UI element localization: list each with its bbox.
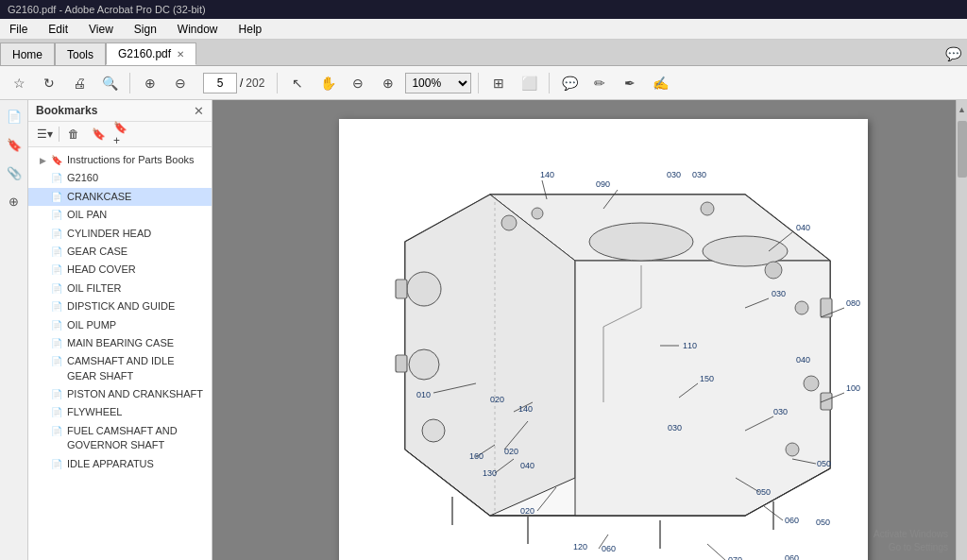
bm-label-g2160: G2160 bbox=[67, 171, 204, 185]
bookmarks-list: ▶ 🔖 Instructions for Parts Books 📄 G2160… bbox=[28, 147, 212, 560]
select-tool-btn[interactable]: ↖ bbox=[284, 70, 311, 96]
bm-sep-1 bbox=[59, 127, 59, 142]
svg-point-5 bbox=[701, 202, 714, 215]
bm-item-instructions[interactable]: ▶ 🔖 Instructions for Parts Books bbox=[28, 151, 212, 169]
bm-add-btn[interactable]: 🔖 bbox=[88, 125, 109, 144]
left-panel-documents-icon[interactable]: 📄 bbox=[4, 106, 25, 127]
bm-more-btn[interactable]: 🔖+ bbox=[112, 125, 133, 144]
menu-window[interactable]: Window bbox=[174, 21, 222, 38]
scrollbar-up-btn[interactable]: ▲ bbox=[957, 100, 967, 119]
bm-item-dipstick[interactable]: 📄 DIPSTICK AND GUIDE bbox=[28, 297, 212, 315]
svg-text:100: 100 bbox=[846, 383, 860, 393]
bm-label-instructions: Instructions for Parts Books bbox=[67, 153, 204, 167]
comment-btn[interactable]: 💬 bbox=[556, 70, 583, 96]
svg-text:090: 090 bbox=[596, 179, 610, 189]
svg-point-12 bbox=[422, 419, 445, 442]
svg-point-9 bbox=[786, 443, 799, 456]
bm-item-flywheel[interactable]: 📄 FLYWHEEL bbox=[28, 403, 212, 421]
highlight-btn[interactable]: ✏ bbox=[586, 70, 613, 96]
title-text: G2160.pdf - Adobe Acrobat Pro DC (32-bit… bbox=[8, 4, 206, 15]
print-btn[interactable]: 🖨 bbox=[66, 70, 93, 96]
tab-close-button[interactable]: ✕ bbox=[177, 49, 184, 59]
svg-text:130: 130 bbox=[483, 468, 497, 478]
bm-item-oilpan[interactable]: 📄 OIL PAN bbox=[28, 206, 212, 224]
prev-page-btn[interactable]: ⊕ bbox=[137, 70, 163, 96]
bm-item-g2160[interactable]: 📄 G2160 bbox=[28, 169, 212, 187]
total-pages: 202 bbox=[246, 76, 264, 90]
right-scrollbar[interactable]: ▲ bbox=[956, 100, 967, 560]
page-separator: / bbox=[240, 76, 243, 90]
svg-text:020: 020 bbox=[520, 506, 534, 516]
bm-delete-btn[interactable]: 🗑 bbox=[63, 125, 84, 144]
svg-text:040: 040 bbox=[796, 355, 810, 365]
zoom-out-btn[interactable]: ⊖ bbox=[345, 70, 371, 96]
bookmarks-close-button[interactable]: ✕ bbox=[194, 105, 204, 117]
bm-label-oilpan: OIL PAN bbox=[67, 208, 204, 222]
svg-text:050: 050 bbox=[816, 518, 830, 527]
next-page-btn[interactable]: ⊖ bbox=[167, 70, 194, 96]
draw-btn[interactable]: ✒ bbox=[617, 70, 643, 96]
page-number-input[interactable] bbox=[203, 73, 237, 93]
left-panel: 📄 🔖 📎 ⊕ bbox=[0, 100, 28, 560]
svg-rect-20 bbox=[821, 298, 832, 317]
svg-text:140: 140 bbox=[518, 404, 533, 414]
hand-tool-btn[interactable]: ✋ bbox=[314, 70, 341, 96]
menu-help[interactable]: Help bbox=[235, 21, 266, 38]
tab-home[interactable]: Home bbox=[0, 42, 55, 65]
left-panel-bookmark-icon[interactable]: 🔖 bbox=[4, 134, 25, 155]
svg-text:030: 030 bbox=[668, 423, 682, 433]
bm-item-cylinderhead[interactable]: 📄 CYLINDER HEAD bbox=[28, 225, 212, 243]
refresh-btn[interactable]: ↻ bbox=[36, 70, 62, 96]
bm-label-mainbearing: MAIN BEARING CASE bbox=[67, 336, 204, 350]
menu-sign[interactable]: Sign bbox=[130, 21, 161, 38]
svg-text:080: 080 bbox=[846, 298, 860, 308]
svg-text:040: 040 bbox=[796, 223, 810, 232]
tab-home-label: Home bbox=[12, 48, 42, 61]
bm-item-oilfilter[interactable]: 📄 OIL FILTER bbox=[28, 280, 212, 297]
bm-item-oilpump[interactable]: 📄 OIL PUMP bbox=[28, 316, 212, 334]
left-panel-attachment-icon[interactable]: 📎 bbox=[4, 162, 25, 183]
svg-text:050: 050 bbox=[756, 487, 771, 497]
scrollbar-thumb[interactable] bbox=[958, 121, 967, 178]
bm-item-crankcase[interactable]: 📄 CRANKCASE bbox=[28, 188, 212, 206]
svg-point-10 bbox=[407, 272, 441, 306]
bm-label-fuelcam: FUEL CAMSHAFT AND GOVERNOR SHAFT bbox=[67, 424, 204, 453]
bm-page-icon-mainbearing: 📄 bbox=[51, 337, 62, 350]
menu-file[interactable]: File bbox=[6, 21, 31, 38]
fit-page-btn[interactable]: ⊞ bbox=[485, 70, 512, 96]
bm-page-icon-oilfilter: 📄 bbox=[51, 282, 62, 296]
bm-item-idle[interactable]: 📄 IDLE APPARATUS bbox=[28, 455, 212, 473]
menu-edit[interactable]: Edit bbox=[44, 21, 72, 38]
pdf-view[interactable]: 010 020 020 020 030 030 030 040 040 050 … bbox=[212, 100, 956, 560]
menu-view[interactable]: View bbox=[85, 21, 117, 38]
bm-item-fuelcam[interactable]: 📄 FUEL CAMSHAFT AND GOVERNOR SHAFT bbox=[28, 422, 212, 455]
toolbar-separator-4 bbox=[549, 73, 550, 93]
bm-page-icon-gearcase: 📄 bbox=[51, 246, 62, 259]
bookmark-btn[interactable]: ☆ bbox=[6, 70, 32, 96]
svg-text:030: 030 bbox=[667, 170, 681, 179]
bm-label-camshaft: CAMSHAFT AND IDLE GEAR SHAFT bbox=[67, 354, 204, 383]
tab-document[interactable]: G2160.pdf ✕ bbox=[106, 42, 196, 65]
left-panel-layers-icon[interactable]: ⊕ bbox=[4, 191, 25, 212]
new-tab-icon[interactable]: 💬 bbox=[945, 46, 961, 65]
bm-expand-btn[interactable]: ☰▾ bbox=[34, 125, 55, 144]
bookmarks-toolbar: ☰▾ 🗑 🔖 🔖+ bbox=[28, 122, 212, 147]
bm-item-camshaft[interactable]: 📄 CAMSHAFT AND IDLE GEAR SHAFT bbox=[28, 352, 212, 385]
rotate-btn[interactable]: ⬜ bbox=[516, 70, 542, 96]
bm-label-gearcase: GEAR CASE bbox=[67, 245, 204, 259]
zoom-in-btn[interactable]: ⊕ bbox=[375, 70, 401, 96]
bm-label-piston: PISTON AND CRANKSHAFT bbox=[67, 387, 204, 401]
tab-tools[interactable]: Tools bbox=[55, 42, 106, 65]
bm-page-icon-fuelcam: 📄 bbox=[51, 425, 62, 438]
search-btn[interactable]: 🔍 bbox=[96, 70, 123, 96]
bm-item-gearcase[interactable]: 📄 GEAR CASE bbox=[28, 243, 212, 261]
bm-item-piston[interactable]: 📄 PISTON AND CRANKSHAFT bbox=[28, 385, 212, 403]
zoom-select[interactable]: 100% 50% 75% 125% 150% bbox=[405, 73, 471, 93]
toolbar-separator-3 bbox=[478, 73, 479, 93]
bm-item-headcover[interactable]: 📄 HEAD COVER bbox=[28, 261, 212, 279]
sign-btn[interactable]: ✍ bbox=[647, 70, 673, 96]
svg-point-11 bbox=[409, 349, 439, 380]
bm-page-icon-g2160: 📄 bbox=[51, 172, 62, 185]
bm-item-mainbearing[interactable]: 📄 MAIN BEARING CASE bbox=[28, 334, 212, 352]
bm-label-idle: IDLE APPARATUS bbox=[67, 457, 204, 471]
